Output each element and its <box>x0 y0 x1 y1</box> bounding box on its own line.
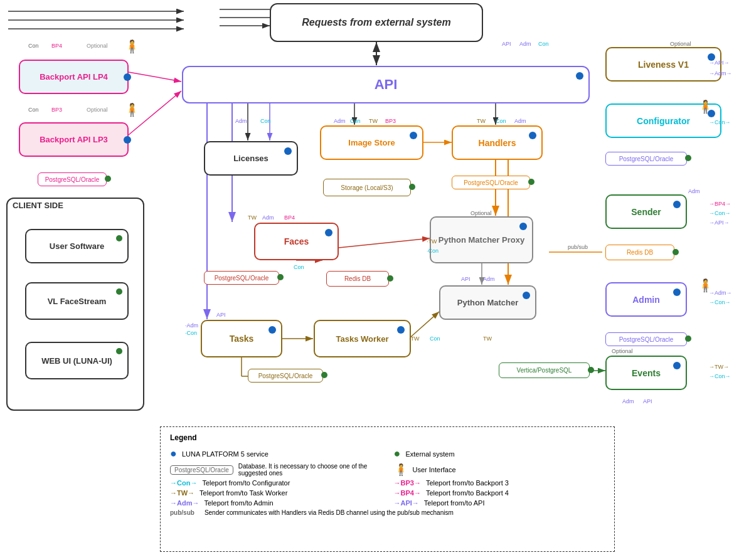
api-dot <box>576 72 583 80</box>
legend-tw-arrow: →TW→ <box>170 489 194 497</box>
bp4-lp4-bp4: BP4 <box>51 43 62 49</box>
person-configurator: 🧍 <box>698 99 713 114</box>
storage-dot <box>409 184 415 190</box>
svg-line-18 <box>129 72 181 82</box>
faces-db-dot <box>277 274 284 280</box>
legend-con: →Con→ Teleport from/to Configurator <box>170 479 381 487</box>
legend-external-label: External system <box>405 450 454 458</box>
handlers-box: Handlers <box>452 125 543 160</box>
legend-grid: ● LUNA PLATFORM 5 service ● External sys… <box>170 447 605 516</box>
label-adm-events-bottom: Adm <box>622 398 634 404</box>
legend-con-arrow: →Con→ <box>170 479 197 487</box>
label-api-pymatcher: API <box>461 276 471 282</box>
api-label: API <box>375 77 398 93</box>
redis-faces-box: Redis DB <box>326 271 389 287</box>
handlers-db-label: PostgreSQL/Oracle <box>464 179 518 186</box>
events-dot <box>673 362 681 369</box>
label-con-top: Con <box>538 41 549 47</box>
label-adm-faces: Adm <box>262 214 274 221</box>
storage-label: Storage (Local/S3) <box>341 184 393 191</box>
label-con-tasks: ·Con <box>185 330 197 336</box>
faces-dot <box>325 229 332 236</box>
admin-dot <box>673 288 681 296</box>
faces-box: Faces <box>254 223 339 260</box>
label-con-admin: →Con→ <box>709 299 731 305</box>
legend-api-label: Teleport from/to API <box>424 499 485 507</box>
label-tw2-tw: TW <box>483 335 492 342</box>
top-arrow-line-1 <box>5 5 187 7</box>
bp3-lp3-con: Con <box>28 107 39 113</box>
pymatcher-proxy-dot <box>519 223 527 230</box>
bp4-lp4-con: Con <box>28 43 39 49</box>
storage-box: Storage (Local/S3) <box>323 179 411 196</box>
vertica-dot <box>588 367 594 373</box>
legend-bp3-arrow: →BP3→ <box>394 479 421 487</box>
user-software-label: User Software <box>50 241 104 251</box>
label-tw-faces: TW <box>248 214 257 221</box>
handlers-db-dot <box>528 179 534 185</box>
admin-box: Admin <box>605 282 687 317</box>
legend-external: ● External system <box>394 447 605 460</box>
label-tw-pymatcher: ·TW <box>427 238 437 245</box>
label-optional-pymatcher: Optional <box>471 210 492 216</box>
svg-line-29 <box>411 312 439 337</box>
legend-bp3-label: Teleport from/to Backport 3 <box>426 479 509 487</box>
licenses-label: Licenses <box>233 154 268 163</box>
label-adm-liveness: →Adm→ <box>709 70 732 77</box>
label-adm-pymatcher: Adm <box>483 276 495 282</box>
liveness-optional-label: Optional <box>670 41 691 47</box>
admin-db-box: PostgreSQL/Oracle <box>605 332 687 346</box>
legend-api: →API→ Teleport from/to API <box>394 499 605 507</box>
admin-db-label: PostgreSQL/Oracle <box>619 336 674 343</box>
tasksworker-label: Tasks Worker <box>336 334 388 344</box>
web-ui-label: WEB UI (LUNA-UI) <box>41 356 112 366</box>
label-adm-sender-area: Adm <box>688 188 700 194</box>
legend-bp4-label: Teleport from/to Backport 4 <box>426 489 509 497</box>
label-adm-tasks: ·Adm <box>185 322 198 329</box>
events-optional-label: Optional <box>612 348 633 354</box>
faces-db-label: PostgreSQL/Oracle <box>215 275 269 282</box>
handlers-label: Handlers <box>479 138 516 148</box>
pymatcher-box: Python Matcher <box>439 285 536 320</box>
label-con-configurator: →Con→ <box>709 119 731 125</box>
backport-lp4-box: Backport API LP4 <box>19 60 129 94</box>
label-api-tasks: API <box>216 312 226 318</box>
sender-box: Sender <box>605 194 687 229</box>
label-bp4-faces: BP4 <box>284 214 295 221</box>
legend-db: PostgreSQL/Oracle Database. It is necess… <box>170 463 381 477</box>
svg-line-23 <box>339 238 430 248</box>
backport-lp3-label: Backport API LP3 <box>40 135 108 144</box>
redis-sender-dot <box>673 249 679 255</box>
web-ui-box: WEB UI (LUNA-UI) <box>25 342 129 379</box>
legend-title: Legend <box>170 433 605 442</box>
legend-adm: →Adm→ Teleport from/to Admin <box>170 499 381 507</box>
diagram-container: pub/sub Requests from external system AP… <box>0 0 739 560</box>
sender-label: Sender <box>631 207 661 217</box>
external-system-label: Requests from external system <box>302 17 450 28</box>
label-bp4-sender: →BP4→ <box>709 201 731 207</box>
events-label: Events <box>632 368 661 378</box>
legend-ui-label: User Interface <box>413 466 456 473</box>
bp3-lp3-bp3: BP3 <box>51 107 62 113</box>
label-api-liveness: →API→ <box>709 60 730 66</box>
tasks-db-dot <box>321 372 327 378</box>
configurator-db-box: PostgreSQL/Oracle <box>605 152 687 166</box>
pymatcher-proxy-label: Python Matcher Proxy <box>439 235 524 245</box>
api-box: API <box>182 66 590 103</box>
label-tw-img: TW <box>369 118 378 124</box>
redis-faces-label: Redis DB <box>344 275 371 282</box>
legend-adm-arrow: →Adm→ <box>170 499 199 507</box>
label-adm-handler: Adm <box>514 118 526 124</box>
backport-db-box: PostgreSQL/Oracle <box>38 172 107 186</box>
person-admin: 🧍 <box>698 278 713 293</box>
external-system-box: Requests from external system <box>270 3 483 42</box>
legend-pubsub-label: Sender communicates with Handlers via Re… <box>205 509 454 516</box>
legend-service: ● LUNA PLATFORM 5 service <box>170 447 381 460</box>
backport-lp3-dot <box>124 136 131 144</box>
events-box: Events <box>605 356 687 390</box>
imagestore-label: Image Store <box>348 138 395 147</box>
redis-sender-label: Redis DB <box>627 249 653 256</box>
tasks-label: Tasks <box>230 334 254 344</box>
faces-db-box: PostgreSQL/Oracle <box>204 271 279 285</box>
backport-db-label: PostgreSQL/Oracle <box>45 176 100 183</box>
